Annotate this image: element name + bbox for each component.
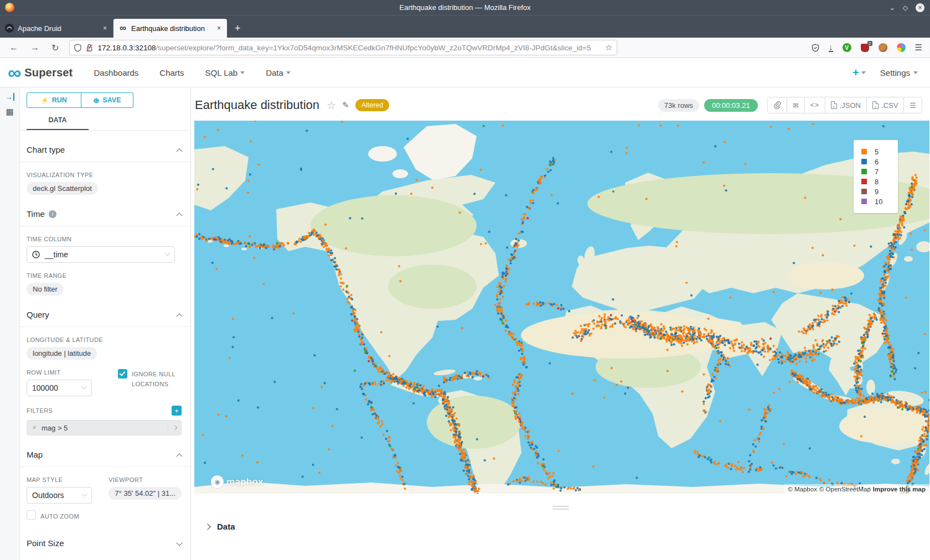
- url-host: 172.18.0.3:32108: [97, 44, 156, 52]
- chevron-down-icon: [82, 383, 87, 389]
- window-minimize-button[interactable]: ⌄: [890, 4, 895, 11]
- dataset-grid-icon[interactable]: ▦: [6, 107, 13, 116]
- window-close-button[interactable]: ×: [916, 3, 924, 12]
- chevron-down-icon: [82, 491, 87, 496]
- export-csv-button[interactable]: x .CSV: [867, 97, 904, 113]
- protections-shield-icon[interactable]: [812, 44, 819, 52]
- altered-badge[interactable]: Altered: [355, 99, 390, 111]
- ignore-null-label: IGNORE NULLLOCATIONS: [132, 369, 175, 389]
- info-icon: i: [49, 210, 56, 218]
- extension-green-icon[interactable]: V: [843, 43, 851, 52]
- auto-zoom-label: AUTO ZOOM: [40, 510, 79, 522]
- section-time[interactable]: Timei: [27, 209, 182, 226]
- legend-row: 5: [861, 147, 898, 157]
- filters-label: FILTERS: [27, 407, 53, 414]
- section-chart-type[interactable]: Chart type: [27, 145, 182, 162]
- shield-icon[interactable]: [74, 44, 81, 52]
- url-path: /superset/explore/?form_data_key=1Ykx7oD…: [156, 44, 602, 52]
- tab-earthquake-distribution[interactable]: ∞ Earthquake distribution ×: [113, 19, 227, 38]
- row-limit-label: ROW LIMIT: [27, 369, 105, 376]
- legend-row: 7: [861, 167, 898, 177]
- earthquake-dots-layer: [194, 121, 929, 494]
- expand-filter-icon[interactable]: [168, 421, 181, 435]
- superset-brand[interactable]: ∞ Superset: [8, 66, 73, 79]
- auto-zoom-row[interactable]: AUTO ZOOM: [27, 510, 96, 522]
- legend-row: 9: [861, 186, 898, 196]
- time-column-select[interactable]: __time: [27, 246, 175, 263]
- tab-data[interactable]: DATA: [27, 116, 89, 130]
- superset-navbar: ∞ Superset DashboardsChartsSQL LabData +…: [0, 58, 930, 87]
- new-item-plus-button[interactable]: +: [852, 66, 866, 79]
- chevron-up-icon: [176, 212, 182, 219]
- insecure-lock-icon[interactable]: [86, 44, 93, 52]
- email-button[interactable]: ✉: [787, 97, 805, 113]
- add-filter-button[interactable]: +: [172, 406, 182, 416]
- cookie-extension-icon[interactable]: [879, 43, 887, 52]
- collapse-panel-icon[interactable]: →: [5, 93, 14, 101]
- ignore-null-checkbox[interactable]: [118, 369, 127, 378]
- tab-close-icon[interactable]: ×: [102, 24, 108, 32]
- settings-menu[interactable]: Settings: [880, 68, 918, 77]
- resize-drag-handle[interactable]: [552, 506, 569, 510]
- reload-button[interactable]: ↻: [45, 43, 65, 53]
- row-limit-select[interactable]: 100000: [27, 380, 92, 396]
- chevron-down-icon: [176, 540, 182, 546]
- window-maximize-button[interactable]: ◇: [903, 4, 908, 11]
- section-point-size[interactable]: Point Size: [27, 538, 182, 555]
- viz-type-label: VISUALIZATION TYPE: [27, 172, 182, 178]
- section-query[interactable]: Query: [27, 310, 182, 326]
- lonlat-value[interactable]: longitude | latitude: [27, 347, 97, 360]
- section-map[interactable]: Map: [27, 450, 182, 466]
- ignore-null-checkbox-row[interactable]: IGNORE NULLLOCATIONS: [118, 369, 182, 389]
- chart-title: Earthquake distribution: [195, 98, 319, 112]
- time-range-value[interactable]: No filter: [27, 283, 64, 295]
- remove-filter-icon[interactable]: ×: [27, 424, 42, 432]
- colorful-extension-icon[interactable]: [897, 43, 906, 52]
- filter-item[interactable]: × mag > 5: [27, 420, 182, 435]
- menu-hamburger-icon[interactable]: ☰: [915, 43, 922, 53]
- url-input[interactable]: 172.18.0.3:32108 /superset/explore/?form…: [69, 40, 617, 55]
- map-style-select[interactable]: Outdoors: [27, 487, 92, 504]
- more-options-button[interactable]: ☰: [904, 97, 922, 113]
- nav-item-charts[interactable]: Charts: [159, 68, 184, 77]
- left-icon-rail: → ▦: [0, 87, 20, 560]
- legend-value: 8: [875, 178, 879, 186]
- mapbox-logo[interactable]: ◉ mapbox: [211, 475, 264, 488]
- viz-type-value[interactable]: deck.gl Scatterplot: [27, 182, 98, 195]
- back-button[interactable]: ←: [3, 43, 24, 53]
- chevron-up-icon: [176, 313, 182, 319]
- control-panel: ⚡ RUN ⊕ SAVE DATA Chart type VISUALIZATI…: [20, 87, 191, 560]
- embed-code-button[interactable]: <>: [805, 97, 825, 113]
- save-button[interactable]: ⊕ SAVE: [81, 92, 133, 108]
- legend-value: 9: [875, 188, 879, 196]
- new-tab-button[interactable]: +: [227, 23, 249, 38]
- deckgl-scatter-map[interactable]: 5678910 ◉ mapbox © Mapbox © OpenStreetMa…: [194, 121, 929, 494]
- tab-apache-druid[interactable]: ◠ Apache Druid ×: [0, 19, 113, 38]
- nav-item-dashboards[interactable]: Dashboards: [94, 68, 138, 77]
- legend-row: 10: [861, 196, 898, 206]
- bookmark-star-icon[interactable]: ☆: [605, 43, 612, 53]
- forward-button[interactable]: →: [24, 43, 45, 53]
- time-range-label: TIME RANGE: [27, 272, 182, 279]
- druid-favicon: ◠: [5, 24, 14, 33]
- favorite-star-icon[interactable]: ☆: [327, 99, 336, 112]
- firefox-titlebar: Earthquake distribution — Mozilla Firefo…: [0, 0, 930, 15]
- legend-swatch: [861, 149, 867, 154]
- mapbox-attribution-link[interactable]: © Mapbox: [788, 486, 817, 492]
- improve-map-link[interactable]: Improve this map: [873, 486, 926, 492]
- copy-link-button[interactable]: [768, 97, 787, 113]
- ublock-extension-icon[interactable]: 2: [861, 44, 869, 52]
- downloads-icon[interactable]: ↓: [829, 43, 833, 52]
- nav-item-sql-lab[interactable]: SQL Lab: [205, 68, 245, 77]
- edit-title-icon[interactable]: ✎: [342, 100, 349, 110]
- auto-zoom-checkbox[interactable]: [27, 510, 36, 520]
- magnitude-legend: 5678910: [854, 140, 898, 213]
- data-results-collapse[interactable]: Data: [205, 522, 930, 531]
- caret-down-icon: [861, 71, 866, 74]
- tab-close-icon[interactable]: ×: [216, 24, 222, 32]
- viewport-value[interactable]: 7° 35' 54.02" | 31...: [108, 487, 182, 500]
- run-button[interactable]: ⚡ RUN: [27, 92, 81, 108]
- nav-item-data[interactable]: Data: [266, 68, 291, 77]
- export-json-button[interactable]: ≡ .JSON: [825, 97, 867, 113]
- osm-attribution-link[interactable]: © OpenStreetMap: [819, 486, 871, 492]
